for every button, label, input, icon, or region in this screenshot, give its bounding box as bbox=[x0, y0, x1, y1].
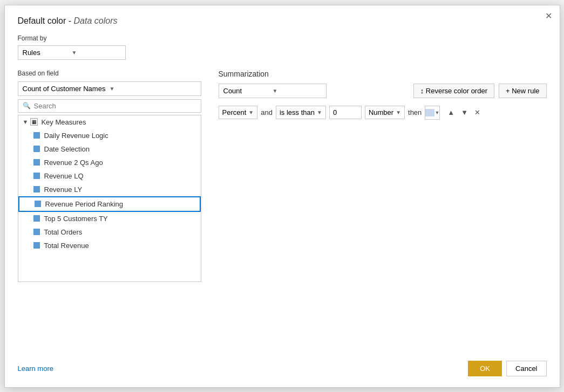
new-rule-label: + New rule bbox=[506, 87, 540, 95]
list-item[interactable]: Revenue LQ bbox=[18, 169, 201, 183]
item-label: Total Revenue bbox=[44, 242, 89, 250]
and-label: and bbox=[261, 108, 273, 116]
measure-icon bbox=[33, 173, 40, 179]
number-arrow: ▼ bbox=[396, 109, 401, 115]
measure-icon bbox=[33, 146, 40, 152]
delete-rule-button[interactable]: ✕ bbox=[472, 107, 483, 118]
field-select-value: Count of Customer Names bbox=[23, 85, 110, 93]
tree-group-header[interactable]: ▼ ▦ Key Measures bbox=[18, 115, 201, 129]
item-label: Daily Revenue Logic bbox=[44, 132, 108, 140]
format-by-label: Format by bbox=[18, 35, 547, 42]
group-icon: ▦ bbox=[30, 118, 38, 126]
summarization-select[interactable]: Count ▼ bbox=[219, 84, 327, 98]
field-select-arrow: ▼ bbox=[110, 86, 196, 92]
measure-icon bbox=[33, 215, 40, 222]
new-rule-button[interactable]: + New rule bbox=[499, 84, 547, 98]
color-picker[interactable]: ▼ bbox=[425, 106, 440, 120]
item-label: Date Selection bbox=[44, 145, 90, 153]
reverse-color-button[interactable]: ↕ Reverse color order bbox=[413, 84, 494, 98]
summarization-value: Count bbox=[223, 87, 273, 95]
item-label: Revenue Period Ranking bbox=[45, 200, 124, 208]
rule-actions: ▲ ▼ ✕ bbox=[445, 107, 483, 118]
rule-value-input[interactable] bbox=[329, 106, 362, 119]
list-item[interactable]: Date Selection bbox=[18, 142, 201, 156]
condition-select[interactable]: is less than ▼ bbox=[276, 106, 326, 119]
list-item[interactable]: Total Revenue bbox=[18, 239, 201, 252]
measure-icon bbox=[33, 159, 40, 166]
percent-select[interactable]: Percent ▼ bbox=[219, 106, 258, 119]
item-label: Total Orders bbox=[44, 228, 83, 236]
bottom-bar: Learn more OK Cancel bbox=[18, 361, 547, 376]
right-column: Summarization Count ▼ ↕ Reverse color or… bbox=[219, 70, 547, 282]
then-label: then bbox=[408, 108, 422, 116]
measure-icon bbox=[33, 229, 40, 235]
number-select[interactable]: Number ▼ bbox=[365, 106, 405, 119]
list-item-selected[interactable]: Revenue Period Ranking bbox=[18, 196, 201, 212]
field-select[interactable]: Count of Customer Names ▼ bbox=[18, 81, 201, 96]
dialog: ✕ Default color - Data colors Format by … bbox=[4, 5, 560, 388]
search-box: 🔍 bbox=[18, 99, 201, 113]
summarization-label: Summarization bbox=[219, 70, 547, 78]
measure-icon bbox=[33, 132, 40, 139]
search-icon: 🔍 bbox=[23, 102, 31, 109]
item-label: Top 5 Customers TY bbox=[44, 215, 108, 223]
item-label: Revenue LQ bbox=[44, 172, 84, 180]
action-buttons: ↕ Reverse color order + New rule bbox=[413, 84, 547, 98]
two-col-layout: Based on field Count of Customer Names ▼… bbox=[18, 70, 547, 282]
format-by-select[interactable]: Rules ▼ bbox=[18, 45, 126, 60]
format-by-arrow: ▼ bbox=[72, 50, 121, 56]
bottom-buttons: OK Cancel bbox=[468, 361, 546, 376]
rule-row: Percent ▼ and is less than ▼ Number ▼ th… bbox=[219, 106, 547, 120]
reverse-color-label: ↕ Reverse color order bbox=[420, 87, 487, 95]
tree-group-label: Key Measures bbox=[41, 118, 86, 126]
list-item[interactable]: Revenue 2 Qs Ago bbox=[18, 156, 201, 169]
color-arrow: ▼ bbox=[434, 110, 439, 115]
close-button[interactable]: ✕ bbox=[545, 12, 552, 20]
move-up-button[interactable]: ▲ bbox=[445, 107, 457, 118]
summarization-row: Count ▼ ↕ Reverse color order + New rule bbox=[219, 84, 547, 98]
move-down-button[interactable]: ▼ bbox=[459, 107, 470, 118]
list-item[interactable]: Revenue LY bbox=[18, 183, 201, 196]
ok-button[interactable]: OK bbox=[468, 361, 502, 376]
tree-container[interactable]: ▼ ▦ Key Measures Daily Revenue Logic Dat… bbox=[18, 115, 201, 282]
measure-icon bbox=[35, 201, 41, 207]
learn-more-link[interactable]: Learn more bbox=[18, 365, 53, 373]
number-label: Number bbox=[369, 108, 393, 116]
item-label: Revenue LY bbox=[44, 185, 83, 194]
collapse-icon: ▼ bbox=[23, 119, 29, 125]
measure-icon bbox=[33, 186, 40, 192]
search-input[interactable] bbox=[34, 102, 196, 110]
cancel-button[interactable]: Cancel bbox=[506, 361, 546, 376]
list-item[interactable]: Top 5 Customers TY bbox=[18, 212, 201, 225]
color-swatch bbox=[425, 109, 434, 116]
condition-arrow: ▼ bbox=[317, 109, 322, 115]
format-by-value: Rules bbox=[23, 49, 72, 57]
dialog-title: Default color - Data colors bbox=[18, 16, 547, 26]
measure-icon bbox=[33, 242, 40, 249]
list-item[interactable]: Daily Revenue Logic bbox=[18, 129, 201, 142]
percent-arrow: ▼ bbox=[248, 109, 254, 115]
list-item[interactable]: Total Orders bbox=[18, 225, 201, 239]
percent-label: Percent bbox=[222, 108, 247, 116]
based-on-field-label: Based on field bbox=[18, 70, 201, 77]
summarization-arrow: ▼ bbox=[273, 88, 322, 94]
item-label: Revenue 2 Qs Ago bbox=[44, 159, 103, 167]
condition-label: is less than bbox=[280, 108, 315, 116]
left-column: Based on field Count of Customer Names ▼… bbox=[18, 70, 201, 282]
